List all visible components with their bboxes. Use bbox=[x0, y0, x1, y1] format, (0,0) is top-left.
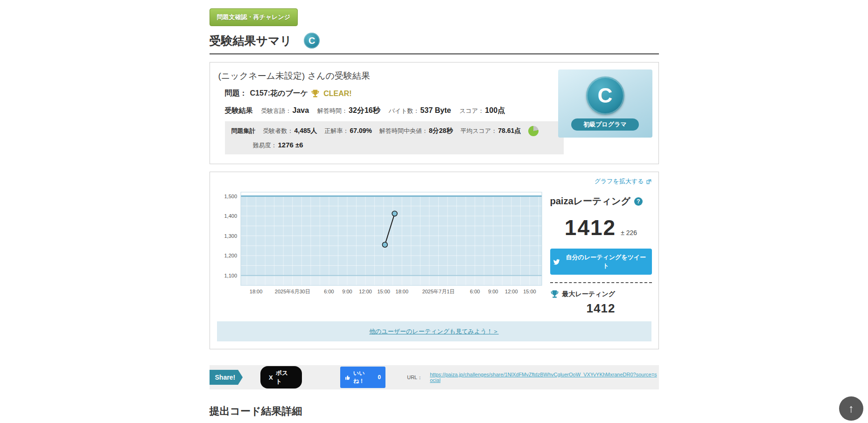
average-score-pie-icon bbox=[528, 126, 539, 136]
title-divider bbox=[210, 53, 659, 55]
rating-panel: paizaレーティング ? 1412 ± 226 自分のレーティングをツイート … bbox=[550, 187, 652, 316]
svg-text:9:00: 9:00 bbox=[342, 289, 352, 294]
expand-graph-link[interactable]: グラフを拡大する bbox=[595, 177, 652, 186]
svg-text:18:00: 18:00 bbox=[395, 289, 408, 294]
page-title: 受験結果サマリ bbox=[210, 33, 292, 49]
difficulty-row: 難易度：1276 ±6 bbox=[253, 141, 557, 150]
svg-text:9:00: 9:00 bbox=[488, 289, 498, 294]
external-link-icon bbox=[646, 179, 652, 185]
details-heading: 提出コード結果詳細 bbox=[210, 404, 659, 418]
answer-time: 解答時間：32分16秒 bbox=[317, 106, 380, 116]
share-label: Share! bbox=[210, 370, 243, 385]
like-count: 0 bbox=[378, 374, 381, 381]
aggregate-caption: 問題集計 bbox=[231, 127, 256, 135]
retry-challenge-button[interactable]: 問題文確認・再チャレンジ bbox=[210, 8, 298, 26]
rating-history-chart: 1,1001,2001,3001,4001,50018:002025年6月30日… bbox=[216, 187, 545, 316]
svg-text:6:00: 6:00 bbox=[324, 289, 334, 294]
rating-error: ± 226 bbox=[621, 229, 637, 236]
max-rating-label: 最大レーティング bbox=[562, 290, 616, 298]
median-time: 解答時間中央値：8分28秒 bbox=[379, 127, 453, 135]
svg-text:18:00: 18:00 bbox=[249, 289, 262, 294]
share-url-link[interactable]: https://paiza.jp/challenges/share/1NlXdF… bbox=[430, 372, 658, 383]
correct-rate: 正解率：67.09% bbox=[325, 127, 372, 135]
rating-value: 1412 bbox=[565, 215, 616, 240]
svg-text:1,400: 1,400 bbox=[224, 213, 237, 219]
svg-text:6:00: 6:00 bbox=[469, 289, 479, 294]
share-bar: Share! X ポスト いいね！ 0 URL： https://paiza.j… bbox=[210, 365, 659, 389]
problem-name: C157:花のブーケ bbox=[250, 89, 308, 98]
problem-aggregate-box: 問題集計 受験者数：4,485人 正解率：67.09% 解答時間中央値：8分28… bbox=[225, 121, 564, 154]
rank-title-pill: 初級プログラマ bbox=[571, 118, 639, 131]
svg-text:12:00: 12:00 bbox=[505, 289, 518, 294]
other-users-rating-link[interactable]: 他のユーザーのレーティングも見てみよう！＞ bbox=[369, 328, 498, 335]
rank-c-badge-icon: C bbox=[586, 76, 624, 115]
svg-text:1,500: 1,500 bbox=[224, 194, 237, 199]
problem-label: 問題： bbox=[225, 89, 247, 98]
facebook-like-button[interactable]: いいね！ 0 bbox=[340, 367, 386, 388]
dashed-divider bbox=[550, 282, 652, 283]
svg-text:1,100: 1,100 bbox=[224, 273, 237, 278]
svg-text:12:00: 12:00 bbox=[359, 289, 372, 294]
thumbs-up-icon bbox=[345, 374, 350, 381]
byte-count: バイト数：537 Byte bbox=[389, 106, 451, 115]
x-post-button[interactable]: X ポスト bbox=[260, 366, 302, 388]
rating-label: paizaレーティング bbox=[550, 195, 630, 208]
other-ratings-banner: 他のユーザーのレーティングも見てみよう！＞ bbox=[217, 321, 651, 341]
svg-text:15:00: 15:00 bbox=[523, 289, 536, 294]
svg-text:2025年7月1日: 2025年7月1日 bbox=[422, 289, 455, 294]
examinee-count: 受験者数：4,485人 bbox=[263, 127, 317, 135]
svg-text:15:00: 15:00 bbox=[377, 289, 390, 294]
max-rating-value: 1412 bbox=[550, 301, 652, 316]
scroll-to-top-button[interactable]: ↑ bbox=[839, 396, 863, 421]
max-rating-trophy-icon bbox=[550, 290, 559, 298]
help-icon[interactable]: ? bbox=[634, 197, 643, 206]
rank-badge-card: C 初級プログラマ bbox=[558, 69, 652, 138]
result-summary-card: (ニックネーム未設定) さんの受験結果 問題： C157:花のブーケ CLEAR… bbox=[210, 62, 659, 164]
clear-status: CLEAR! bbox=[323, 90, 351, 98]
exam-result-page: 問題文確認・再チャレンジ 受験結果サマリ C (ニックネーム未設定) さんの受験… bbox=[210, 0, 659, 423]
svg-text:1,200: 1,200 bbox=[224, 253, 237, 258]
x-logo-icon: X bbox=[269, 374, 273, 381]
rank-c-icon: C bbox=[304, 33, 320, 49]
exam-result-caption: 受験結果 bbox=[225, 106, 253, 115]
twitter-bird-icon bbox=[553, 258, 560, 265]
page-title-row: 受験結果サマリ C bbox=[210, 33, 659, 49]
rating-chart-card: グラフを拡大する 1,1001,2001,3001,4001,50018:002… bbox=[210, 172, 659, 349]
tweet-rating-button[interactable]: 自分のレーティングをツイート bbox=[550, 249, 652, 275]
difficulty: 難易度：1276 ±6 bbox=[253, 141, 303, 150]
url-label: URL： bbox=[407, 374, 422, 381]
exam-language: 受験言語：Java bbox=[261, 106, 309, 115]
svg-text:1,300: 1,300 bbox=[224, 233, 237, 239]
trophy-icon bbox=[311, 89, 320, 98]
svg-text:2025年6月30日: 2025年6月30日 bbox=[274, 289, 310, 294]
score: スコア：100点 bbox=[459, 106, 505, 116]
average-score: 平均スコア：78.61点 bbox=[460, 127, 521, 135]
